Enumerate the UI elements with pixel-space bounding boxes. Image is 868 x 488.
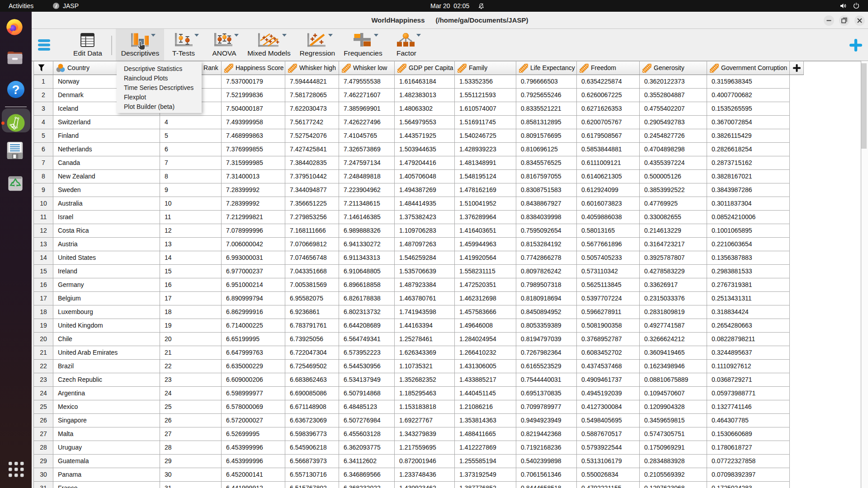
svg-text:?: ?	[12, 83, 20, 97]
